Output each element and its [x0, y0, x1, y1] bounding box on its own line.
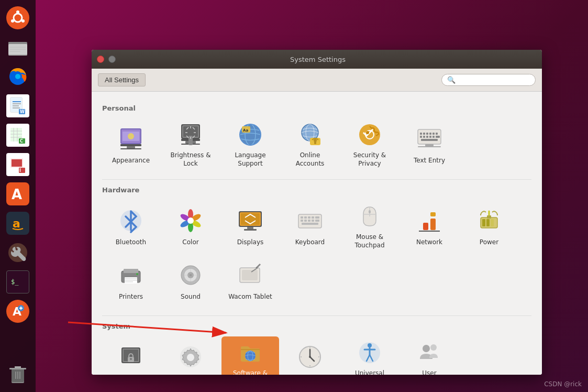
settings-item-brightness[interactable]: Brightness &Lock	[162, 118, 219, 171]
taskbar-calc[interactable]: C	[4, 122, 31, 149]
printers-icon	[116, 260, 146, 290]
appearance-icon	[116, 124, 146, 154]
settings-item-appearance[interactable]: Appearance	[102, 118, 160, 171]
settings-item-backups[interactable]: Backups	[102, 336, 160, 375]
online-accounts-label: OnlineAccounts	[296, 151, 325, 168]
svg-rect-70	[426, 136, 428, 138]
taskbar-ubuntu[interactable]	[4, 4, 31, 31]
divider-hardware	[102, 179, 531, 180]
settings-item-color[interactable]: Color	[162, 200, 219, 253]
svg-point-141	[423, 345, 430, 352]
settings-item-online-accounts[interactable]: OnlineAccounts	[281, 118, 339, 171]
svg-rect-68	[420, 136, 422, 138]
svg-rect-56	[314, 141, 316, 144]
svg-point-59	[366, 131, 369, 134]
settings-item-sound[interactable]: Sound	[162, 255, 219, 307]
svg-rect-37	[120, 148, 141, 149]
security-icon	[355, 121, 384, 148]
details-icon	[176, 342, 205, 372]
hardware-grid: Bluetooth Col	[102, 200, 531, 307]
displays-icon	[236, 206, 265, 235]
svg-rect-63	[423, 133, 425, 135]
settings-item-software-updates[interactable]: Software &Updates	[221, 336, 279, 375]
svg-rect-20	[12, 159, 22, 167]
power-icon	[474, 206, 504, 235]
svg-rect-64	[426, 133, 428, 135]
svg-rect-62	[420, 133, 422, 135]
svg-text:I: I	[19, 168, 21, 173]
svg-point-11	[15, 74, 20, 79]
svg-rect-66	[432, 133, 435, 135]
search-input[interactable]	[459, 76, 532, 84]
svg-rect-110	[487, 215, 491, 219]
svg-text:W: W	[20, 110, 25, 114]
software-updates-icon	[236, 339, 265, 366]
all-settings-button[interactable]: All Settings	[98, 73, 146, 86]
settings-item-power[interactable]: Power	[460, 200, 518, 253]
watermark: CSDN @rick	[544, 380, 582, 388]
svg-rect-101	[312, 220, 314, 222]
taskbar-terminal[interactable]: $_	[4, 268, 31, 296]
settings-item-user-accounts[interactable]: UserAccounts	[401, 336, 458, 375]
svg-point-142	[430, 344, 437, 351]
divider-system	[102, 315, 531, 316]
svg-rect-127	[242, 270, 258, 280]
brightness-label: Brightness &Lock	[170, 151, 210, 168]
svg-rect-74	[421, 139, 438, 141]
bluetooth-label: Bluetooth	[116, 238, 146, 247]
universal-access-label: UniversalAccess	[355, 369, 384, 375]
svg-point-132	[130, 358, 132, 360]
settings-item-universal-access[interactable]: UniversalAccess	[341, 336, 398, 375]
taskbar-amazon[interactable]: a	[4, 210, 31, 237]
svg-rect-99	[304, 220, 307, 222]
settings-content: Personal Appearance	[92, 92, 542, 375]
displays-label: Displays	[237, 238, 263, 247]
settings-item-security[interactable]: Security &Privacy	[341, 118, 398, 171]
network-icon	[415, 206, 444, 235]
taskbar-writer[interactable]: W	[4, 92, 31, 119]
taskbar-files[interactable]	[4, 34, 31, 61]
settings-item-text-entry[interactable]: Text Entry	[401, 118, 458, 171]
settings-item-wacom[interactable]: Wacom Tablet	[221, 255, 279, 307]
settings-item-keyboard[interactable]: Keyboard	[281, 200, 339, 253]
svg-text:C: C	[20, 139, 23, 144]
keyboard-label: Keyboard	[295, 238, 325, 247]
taskbar-update-manager[interactable]: A	[4, 298, 31, 325]
settings-item-language[interactable]: Aa LanguageSupport	[221, 118, 279, 171]
text-entry-icon	[415, 124, 444, 154]
window-title: System Settings	[99, 56, 537, 63]
svg-rect-35	[120, 144, 141, 146]
svg-point-2	[16, 10, 19, 14]
power-label: Power	[480, 238, 498, 247]
svg-rect-88	[241, 213, 260, 225]
mouse-icon	[355, 203, 384, 230]
svg-rect-31	[9, 368, 26, 369]
settings-item-network[interactable]: Network	[401, 200, 458, 253]
taskbar-impress[interactable]: I	[4, 151, 31, 178]
svg-rect-75	[425, 144, 434, 146]
taskbar-firefox[interactable]	[4, 63, 31, 90]
taskbar-software-center[interactable]: A	[4, 180, 31, 208]
settings-item-details[interactable]: Details	[162, 336, 219, 375]
appearance-label: Appearance	[112, 157, 150, 165]
svg-rect-104	[369, 210, 371, 213]
text-entry-label: Text Entry	[414, 157, 445, 165]
mouse-label: Mouse &Touchpad	[354, 233, 384, 249]
svg-rect-113	[491, 219, 494, 226]
settings-item-bluetooth[interactable]: Bluetooth	[102, 200, 160, 253]
svg-text:a: a	[13, 217, 20, 230]
taskbar-trash[interactable]	[4, 361, 31, 388]
svg-rect-120	[125, 281, 133, 282]
settings-item-printers[interactable]: Printers	[102, 255, 160, 307]
svg-point-121	[136, 273, 138, 275]
svg-text:$_: $_	[11, 278, 19, 286]
svg-rect-116	[124, 269, 138, 273]
settings-item-time-date[interactable]: Time & Date	[281, 336, 339, 375]
search-icon: 🔍	[447, 76, 456, 84]
settings-item-mouse[interactable]: Mouse &Touchpad	[341, 200, 398, 253]
taskbar-system-tools[interactable]	[4, 239, 31, 266]
svg-rect-67	[436, 133, 438, 135]
sound-icon	[176, 260, 205, 290]
settings-item-displays[interactable]: Displays	[221, 200, 279, 253]
brightness-icon	[176, 121, 205, 148]
